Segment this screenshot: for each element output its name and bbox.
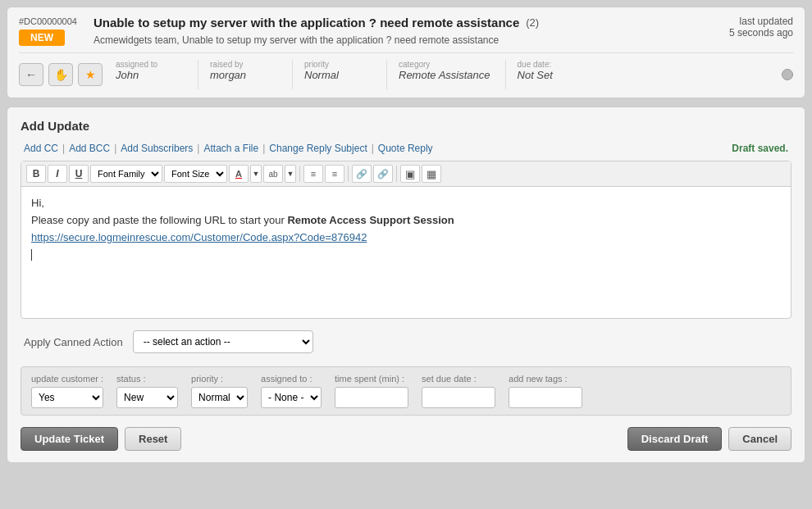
canned-action-row: Apply Canned Action -- select an action … xyxy=(21,330,791,353)
ticket-header-panel: #DC00000004 NEW Unable to setup my serve… xyxy=(7,7,805,98)
action-buttons-row: Update Ticket Reset Discard Draft Cancel xyxy=(21,427,791,451)
grab-icon-btn[interactable]: ✋ xyxy=(48,63,73,86)
italic-button[interactable]: I xyxy=(48,165,67,183)
meta-raised-by: raised by morgan xyxy=(210,60,292,89)
dropdown-highlight[interactable]: ▼ xyxy=(285,165,296,183)
editor-url-link[interactable]: https://secure.logmeinrescue.com/Custome… xyxy=(31,231,367,243)
meta-category: category Remote Assistance xyxy=(399,60,505,89)
underline-button[interactable]: U xyxy=(69,165,89,183)
assigned-to-label: assigned to : xyxy=(261,374,322,384)
update-links-row: Add CC | Add BCC | Add Subscribers | Att… xyxy=(21,143,791,154)
update-customer-group: update customer : Yes No xyxy=(31,374,103,408)
time-spent-input[interactable] xyxy=(335,387,408,408)
set-due-date-label: set due date : xyxy=(422,374,495,384)
assigned-to-group: assigned to : - None - John morgan xyxy=(261,374,322,408)
canned-action-label: Apply Canned Action xyxy=(24,336,123,348)
editor-cursor xyxy=(31,249,32,261)
star-icon-btn[interactable]: ★ xyxy=(78,63,103,86)
add-update-panel: Add Update Add CC | Add BCC | Add Subscr… xyxy=(7,107,805,463)
quote-reply-link[interactable]: Quote Reply xyxy=(378,143,433,154)
unlink-button[interactable]: 🔗 xyxy=(373,165,393,183)
meta-assigned-to: assigned to John xyxy=(116,60,198,89)
add-subscribers-link[interactable]: Add Subscribers xyxy=(121,143,193,154)
time-spent-group: time spent (min) : xyxy=(335,374,408,408)
editor-line-2: Please copy and paste the following URL … xyxy=(31,212,781,230)
add-new-tags-input[interactable] xyxy=(509,387,582,408)
status-group: status : New Open Closed Pending xyxy=(116,374,178,408)
draft-saved-label: Draft saved. xyxy=(732,143,788,154)
assigned-to-select[interactable]: - None - John morgan xyxy=(261,387,322,408)
add-new-tags-label: add new tags : xyxy=(509,374,582,384)
update-ticket-button[interactable]: Update Ticket xyxy=(21,427,118,451)
status-select[interactable]: New Open Closed Pending xyxy=(116,387,178,408)
priority-label: priority : xyxy=(191,374,248,384)
ticket-summary: Acmewidgets team, Unable to setup my ser… xyxy=(94,34,539,46)
bold-button[interactable]: B xyxy=(26,165,46,183)
update-customer-select[interactable]: Yes No xyxy=(31,387,103,408)
time-spent-label: time spent (min) : xyxy=(335,374,408,384)
status-label: status : xyxy=(116,374,178,384)
editor-container: B I U Font Family Font Size A ▼ ab ▼ ≡ ≡… xyxy=(21,161,791,319)
cancel-button[interactable]: Cancel xyxy=(728,427,791,451)
attach-file-link[interactable]: Attach a File xyxy=(203,143,258,154)
font-size-select[interactable]: Font Size xyxy=(164,165,227,183)
reset-button[interactable]: Reset xyxy=(125,427,181,451)
canned-action-select[interactable]: -- select an action -- xyxy=(133,330,313,353)
editor-bold-text: Remote Access Support Session xyxy=(287,214,454,226)
ticket-count: (2) xyxy=(526,16,539,29)
image-button[interactable]: ▣ xyxy=(400,165,420,183)
editor-url-line: https://secure.logmeinrescue.com/Custome… xyxy=(31,230,781,247)
change-reply-subject-link[interactable]: Change Reply Subject xyxy=(269,143,367,154)
link-button[interactable]: 🔗 xyxy=(352,165,372,183)
add-cc-link[interactable]: Add CC xyxy=(24,143,58,154)
editor-body[interactable]: Hi, Please copy and paste the following … xyxy=(21,187,791,318)
dropdown-font-color[interactable]: ▼ xyxy=(250,165,262,183)
ticket-last-updated: last updated 5 seconds ago xyxy=(729,16,793,39)
meta-due-date: due date: Not Set xyxy=(518,60,600,89)
meta-priority: priority Normal xyxy=(304,60,386,89)
add-update-title: Add Update xyxy=(21,119,791,133)
add-bcc-link[interactable]: Add BCC xyxy=(69,143,110,154)
update-customer-label: update customer : xyxy=(31,374,103,384)
table-button[interactable]: ▦ xyxy=(422,165,441,183)
discard-draft-button[interactable]: Discard Draft xyxy=(627,427,723,451)
numbered-list-button[interactable]: ≡ xyxy=(325,165,344,183)
ticket-title: Unable to setup my server with the appli… xyxy=(94,16,519,30)
ticket-status-dot xyxy=(782,69,793,80)
back-icon-btn[interactable]: ← xyxy=(19,63,43,86)
ticket-status-badge: NEW xyxy=(19,30,65,46)
set-due-date-input[interactable] xyxy=(422,387,495,408)
set-due-date-group: set due date : xyxy=(422,374,495,408)
add-new-tags-group: add new tags : xyxy=(509,374,582,408)
editor-toolbar: B I U Font Family Font Size A ▼ ab ▼ ≡ ≡… xyxy=(21,161,791,187)
highlight-button[interactable]: ab xyxy=(263,165,283,183)
priority-group: priority : Low Normal High Urgent xyxy=(191,374,248,408)
bullet-list-button[interactable]: ≡ xyxy=(303,165,323,183)
font-color-button[interactable]: A xyxy=(229,165,249,183)
font-family-select[interactable]: Font Family xyxy=(90,165,162,183)
bottom-form-row: update customer : Yes No status : New Op… xyxy=(21,366,791,416)
priority-select[interactable]: Low Normal High Urgent xyxy=(191,387,248,408)
editor-line-1: Hi, xyxy=(31,195,781,212)
ticket-id: #DC00000004 xyxy=(19,16,77,26)
